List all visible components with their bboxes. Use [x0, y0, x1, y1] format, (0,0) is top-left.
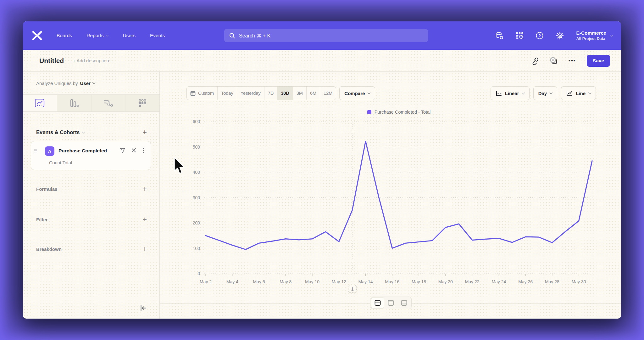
- x-tick-may-30: May 30: [572, 279, 586, 284]
- nav-item-label: Events: [150, 33, 165, 38]
- link-icon[interactable]: [531, 57, 539, 65]
- nav-item-label: Reports: [86, 33, 103, 38]
- layout-toggle-group: [370, 297, 412, 309]
- event-name[interactable]: Purchase Completed: [58, 148, 107, 154]
- y-tick-300: 300: [193, 195, 200, 200]
- annotation-marker[interactable]: 1: [348, 285, 357, 293]
- add-filter-button[interactable]: +: [143, 216, 147, 223]
- event-metric[interactable]: Count Total: [49, 160, 72, 165]
- project-name: E-Commerce: [576, 30, 606, 36]
- x-tick-may-26: May 26: [518, 279, 533, 284]
- nav-item-users[interactable]: Users: [123, 33, 135, 38]
- x-tick-may-8: May 8: [280, 279, 291, 284]
- y-tick-200: 200: [193, 220, 200, 225]
- duplicate-icon[interactable]: [550, 57, 558, 65]
- content-area: Analyze Uniques by User: [23, 72, 621, 319]
- chevron-down-icon: [610, 33, 613, 37]
- event-letter-badge[interactable]: A: [45, 146, 54, 156]
- search-input[interactable]: Search ⌘ + K: [224, 29, 428, 42]
- y-tick-600: 600: [193, 119, 200, 124]
- x-tick-may-12: May 12: [332, 279, 346, 284]
- x-tick-may-10: May 10: [305, 279, 319, 284]
- x-tick-may-14: May 14: [358, 279, 373, 284]
- layout-split-rows-icon[interactable]: [371, 297, 384, 309]
- report-title[interactable]: Untitled: [39, 57, 64, 65]
- collapse-sidebar-icon[interactable]: [140, 304, 147, 313]
- x-tick-may-18: May 18: [412, 279, 426, 284]
- layout-panel-bottom-icon[interactable]: [397, 297, 411, 309]
- title-actions: ••• Save: [531, 55, 610, 67]
- project-subtitle: All Project Data: [576, 37, 606, 41]
- mixpanel-logo-glyph: [31, 31, 43, 41]
- section-filter: Filter+: [36, 215, 147, 224]
- top-navbar: BoardsReportsUsersEvents Search ⌘ + K: [23, 21, 621, 50]
- x-tick-may-28: May 28: [545, 279, 559, 284]
- report-type-tabs: [23, 94, 159, 112]
- retention-icon: [138, 99, 147, 108]
- project-switcher[interactable]: E-Commerce All Project Data: [576, 30, 613, 41]
- tab-flows[interactable]: [92, 95, 126, 111]
- x-tick-may-22: May 22: [465, 279, 480, 284]
- kebab-menu-icon[interactable]: [143, 148, 144, 155]
- settings-gear-icon[interactable]: [556, 31, 564, 40]
- y-tick-500: 500: [193, 144, 200, 150]
- layout-panel-top-icon[interactable]: [384, 297, 397, 309]
- report-title-bar: Untitled + Add description... ••• Save: [23, 50, 621, 72]
- drag-handle-icon[interactable]: [34, 149, 37, 152]
- chevron-down-icon: [82, 130, 85, 133]
- events-cohorts-label[interactable]: Events & Cohorts: [36, 129, 80, 135]
- y-tick-100: 100: [193, 246, 200, 251]
- section-formulas: Formulas+: [36, 184, 147, 194]
- y-tick-0: 0: [197, 271, 200, 276]
- flows-icon: [103, 99, 114, 108]
- analyze-uniques-row: Analyze Uniques by User: [36, 81, 95, 86]
- add-breakdown-button[interactable]: +: [143, 246, 147, 253]
- mixpanel-logo-icon[interactable]: [31, 31, 43, 41]
- data-settings-icon[interactable]: [495, 31, 504, 40]
- chevron-down-icon: [92, 81, 95, 84]
- nav-item-label: Boards: [57, 33, 72, 38]
- nav-item-label: Users: [123, 33, 135, 38]
- nav-item-events[interactable]: Events: [150, 33, 165, 38]
- apps-grid-icon[interactable]: [516, 32, 524, 40]
- line-chart[interactable]: 0100200300400500600May 2May 4May 6May 8M…: [160, 72, 621, 319]
- x-tick-may-4: May 4: [226, 279, 238, 284]
- svg-text:?: ?: [538, 33, 541, 38]
- add-description-field[interactable]: + Add description...: [73, 58, 113, 63]
- x-tick-may-6: May 6: [253, 279, 265, 284]
- chart-panel: CustomTodayYesterday7D30D3M6M12M Compare…: [160, 72, 621, 319]
- section-label: Formulas: [36, 186, 58, 192]
- x-tick-may-16: May 16: [385, 279, 399, 284]
- project-text: E-Commerce All Project Data: [576, 30, 606, 41]
- data-series-line: [206, 141, 592, 250]
- x-tick-may-2: May 2: [200, 279, 212, 284]
- nav-item-boards[interactable]: Boards: [57, 33, 72, 38]
- analyze-value-dropdown[interactable]: User: [80, 81, 91, 86]
- event-card[interactable]: A Purchase Completed Coun: [31, 141, 151, 170]
- tab-insights[interactable]: [23, 95, 57, 111]
- nav-right-cluster: ? E-Commerce All Project Data: [495, 21, 613, 50]
- help-icon[interactable]: ?: [536, 31, 544, 40]
- tab-retention[interactable]: [125, 95, 159, 111]
- add-event-button[interactable]: +: [143, 129, 147, 136]
- filter-icon[interactable]: [120, 148, 125, 155]
- nav-menu: BoardsReportsUsersEvents: [57, 33, 165, 38]
- section-label: Breakdown: [36, 246, 62, 252]
- analyze-label: Analyze Uniques by: [36, 81, 78, 86]
- events-cohorts-header: Events & Cohorts +: [36, 128, 147, 137]
- query-sidebar: Analyze Uniques by User: [23, 72, 160, 319]
- insights-icon: [34, 98, 45, 108]
- search-icon: [229, 33, 235, 39]
- x-tick-may-24: May 24: [491, 279, 506, 284]
- nav-item-reports[interactable]: Reports: [86, 33, 108, 38]
- search-placeholder: Search ⌘ + K: [239, 33, 270, 39]
- add-formulas-button[interactable]: +: [143, 185, 147, 193]
- section-breakdown: Breakdown+: [36, 244, 147, 254]
- close-icon[interactable]: [131, 148, 136, 154]
- more-icon[interactable]: •••: [569, 58, 576, 64]
- chevron-down-icon: [106, 33, 109, 37]
- x-tick-may-20: May 20: [438, 279, 453, 284]
- section-label: Filter: [36, 217, 48, 222]
- tab-funnels[interactable]: [57, 95, 92, 111]
- save-button[interactable]: Save: [587, 55, 610, 67]
